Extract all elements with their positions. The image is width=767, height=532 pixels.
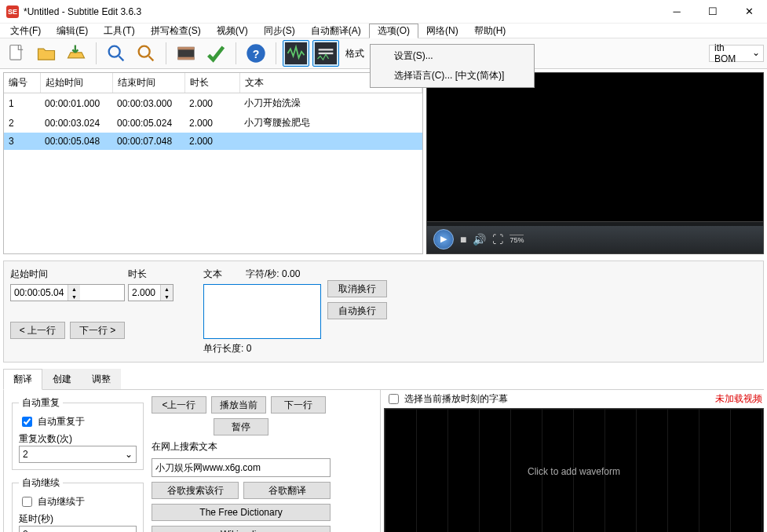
trans-prev-button[interactable]: <上一行 [152, 396, 206, 414]
menu-spellcheck[interactable]: 拼写检查(S) [143, 24, 209, 38]
video-controls: ▶ ■ 🔊 ⛶ 75% [427, 224, 763, 253]
format-label: 格式 [345, 47, 364, 60]
spellcheck-button[interactable] [203, 40, 229, 67]
options-dropdown: 设置(S)... 选择语言(C)... [中文(简体)] [370, 44, 535, 88]
menu-network[interactable]: 网络(N) [418, 24, 466, 38]
auto-continue-checkbox[interactable]: 自动继续于 [19, 494, 137, 509]
encoding-combo[interactable]: ith BOM [709, 45, 764, 62]
start-time-input[interactable]: ▲▼ [10, 284, 125, 301]
visual-sync-button[interactable] [173, 40, 199, 67]
next-line-button[interactable]: 下一行 > [70, 322, 125, 339]
trans-play-button[interactable]: 播放当前 [211, 396, 266, 414]
find-button[interactable] [103, 40, 130, 67]
prev-line-button[interactable]: < 上一行 [10, 322, 65, 339]
web-search-input[interactable] [152, 458, 331, 477]
close-button[interactable]: ✕ [731, 0, 767, 24]
translate-panel: 自动重复 自动重复于 重复次数(次) 2 自动继续 自动继续于 延时(秒) 2 … [3, 390, 381, 532]
waveform-toggle[interactable] [283, 40, 309, 67]
help-button[interactable]: ? [243, 40, 269, 67]
edit-panel: 起始时间 ▲▼ < 上一行 下一行 > 时长 ▲▼ 文本 字符/秒: 0.00 … [3, 261, 764, 363]
table-row[interactable]: 200:00:03.02400:00:05.0242.000小刀弯腰捡肥皂 [4, 113, 422, 133]
col-start[interactable]: 起始时间 [40, 73, 112, 93]
line-length-label: 单行长度: 0 [203, 342, 321, 355]
svg-point-2 [139, 46, 150, 57]
volume-icon[interactable]: 🔊 [473, 233, 486, 246]
start-label: 起始时间 [10, 268, 125, 281]
select-current-checkbox[interactable]: 选择当前播放时刻的字幕 [385, 392, 508, 406]
svg-rect-4 [178, 47, 195, 50]
auto-wrap-button[interactable]: 自动换行 [327, 302, 387, 319]
minimize-button[interactable]: ─ [659, 0, 695, 24]
col-num[interactable]: 编号 [4, 73, 40, 93]
google-translate-button[interactable]: 谷歌翻译 [243, 482, 331, 499]
open-file-button[interactable] [33, 40, 60, 67]
svg-rect-5 [178, 57, 195, 60]
menu-settings[interactable]: 设置(S)... [372, 46, 532, 66]
table-row[interactable]: 100:00:01.00000:00:03.0002.000小刀开始洗澡 [4, 93, 422, 114]
video-area[interactable] [427, 73, 763, 224]
duration-label: 时长 [128, 268, 173, 281]
save-button[interactable] [63, 40, 89, 67]
wikipedia-button[interactable]: Wikipedia [152, 526, 331, 532]
fullscreen-icon[interactable]: ⛶ [492, 233, 503, 246]
menu-help[interactable]: 帮助(H) [466, 24, 514, 38]
menu-video[interactable]: 视频(V) [209, 24, 256, 38]
subtitle-grid[interactable]: 编号 起始时间 结束时间 时长 文本 100:00:01.00000:00:03… [3, 72, 423, 254]
cps-label: 字符/秒: 0.00 [246, 268, 300, 281]
menu-bar: 文件(F) 编辑(E) 工具(T) 拼写检查(S) 视频(V) 同步(S) 自动… [0, 24, 767, 38]
menu-options-label: 选项(O) [378, 24, 410, 38]
menu-sync[interactable]: 同步(S) [256, 24, 303, 38]
search-label: 在网上搜索文本 [152, 440, 331, 454]
tab-create[interactable]: 创建 [42, 369, 82, 389]
app-icon: SE [6, 5, 19, 18]
menu-options[interactable]: 选项(O) 设置(S)... 选择语言(C)... [中文(简体)] [369, 24, 418, 38]
menu-tools[interactable]: 工具(T) [96, 24, 142, 38]
auto-repeat-checkbox[interactable]: 自动重复于 [19, 414, 137, 429]
auto-continue-legend: 自动继续 [19, 476, 63, 490]
svg-point-1 [109, 46, 120, 57]
subtitle-text-input[interactable] [203, 284, 321, 339]
menu-autotranslate[interactable]: 自动翻译(A) [303, 24, 369, 38]
auto-continue-group: 自动继续 自动继续于 延时(秒) 2 [12, 476, 144, 532]
menu-file[interactable]: 文件(F) [2, 24, 49, 38]
window-title: *Untitled - Subtitle Edit 3.6.3 [24, 6, 659, 17]
col-dur[interactable]: 时长 [184, 73, 239, 93]
new-file-button[interactable] [3, 40, 30, 67]
menu-edit[interactable]: 编辑(E) [49, 24, 96, 38]
stop-icon[interactable]: ■ [460, 233, 466, 246]
waveform-placeholder: Click to add waveform [528, 466, 620, 477]
bottom-tabs: 翻译 创建 调整 [3, 369, 764, 390]
auto-repeat-group: 自动重复 自动重复于 重复次数(次) 2 [12, 396, 144, 470]
video-panel: ▶ ■ 🔊 ⛶ 75% [426, 72, 764, 254]
tab-translate[interactable]: 翻译 [3, 369, 42, 390]
repeat-count-label: 重复次数(次) [19, 432, 137, 446]
zoom-value: 75% [510, 235, 524, 244]
google-search-button[interactable]: 谷歌搜索该行 [152, 482, 239, 499]
cancel-wrap-button[interactable]: 取消换行 [327, 280, 387, 297]
title-bar: SE *Untitled - Subtitle Edit 3.6.3 ─ ☐ ✕ [0, 0, 767, 24]
free-dictionary-button[interactable]: The Free Dictionary [152, 504, 331, 521]
tab-adjust[interactable]: 调整 [82, 369, 121, 389]
video-seek-track[interactable] [427, 221, 763, 226]
repeat-count-combo[interactable]: 2 [19, 446, 137, 463]
svg-text:?: ? [253, 48, 260, 60]
play-button[interactable]: ▶ [433, 229, 454, 250]
delay-combo[interactable]: 2 [19, 526, 137, 532]
col-end[interactable]: 结束时间 [112, 73, 184, 93]
video-toggle[interactable] [312, 40, 339, 67]
delay-label: 延时(秒) [19, 512, 137, 526]
trans-next-button[interactable]: 下一行 [271, 396, 326, 414]
auto-repeat-legend: 自动重复 [19, 396, 63, 410]
trans-pause-button[interactable]: 暂停 [214, 418, 268, 435]
waveform-area[interactable]: Click to add waveform [384, 408, 764, 532]
table-row[interactable]: 300:00:05.04800:00:07.0482.000 [4, 133, 422, 150]
svg-rect-10 [319, 49, 334, 50]
duration-input[interactable]: ▲▼ [128, 284, 173, 301]
video-not-loaded-label: 未加载视频 [715, 392, 762, 406]
menu-choose-language[interactable]: 选择语言(C)... [中文(简体)] [372, 66, 532, 86]
maximize-button[interactable]: ☐ [695, 0, 731, 24]
svg-rect-0 [10, 46, 21, 60]
waveform-panel: 选择当前播放时刻的字幕 未加载视频 Click to add waveform … [384, 390, 764, 532]
replace-button[interactable] [133, 40, 159, 67]
text-label: 文本 [203, 268, 222, 281]
